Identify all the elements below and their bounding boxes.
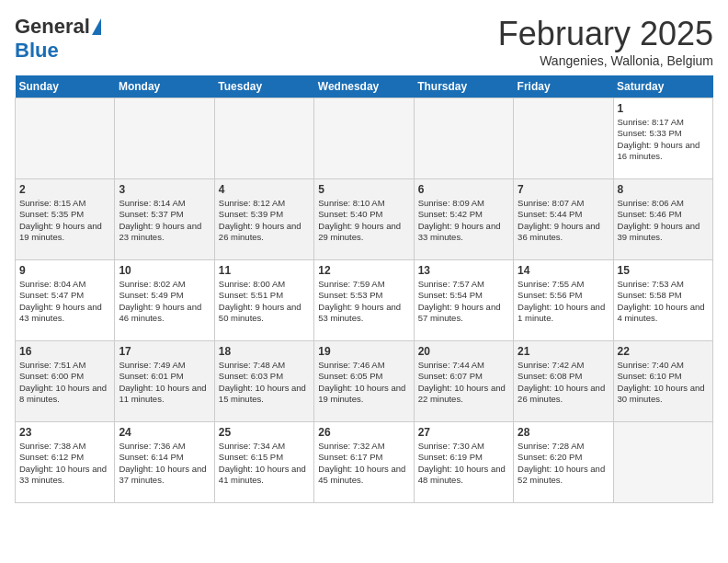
day-number: 3	[119, 183, 210, 196]
weekday-header-wednesday: Wednesday	[314, 75, 414, 98]
calendar-cell: 20Sunrise: 7:44 AM Sunset: 6:07 PM Dayli…	[414, 341, 513, 422]
day-number: 25	[219, 426, 310, 439]
day-info: Sunrise: 8:15 AM Sunset: 5:35 PM Dayligh…	[19, 198, 110, 243]
weekday-row: SundayMondayTuesdayWednesdayThursdayFrid…	[16, 75, 713, 98]
location-text: Wangenies, Wallonia, Belgium	[498, 53, 713, 68]
day-number: 20	[418, 345, 509, 358]
weekday-header-monday: Monday	[115, 75, 214, 98]
title-area: February 2025 Wangenies, Wallonia, Belgi…	[498, 15, 713, 68]
calendar-cell: 23Sunrise: 7:38 AM Sunset: 6:12 PM Dayli…	[16, 422, 115, 503]
logo-blue-text: Blue	[15, 39, 59, 63]
day-info: Sunrise: 7:51 AM Sunset: 6:00 PM Dayligh…	[19, 360, 110, 405]
calendar-cell: 14Sunrise: 7:55 AM Sunset: 5:56 PM Dayli…	[514, 260, 613, 341]
calendar-cell: 8Sunrise: 8:06 AM Sunset: 5:46 PM Daylig…	[613, 179, 712, 260]
day-info: Sunrise: 7:48 AM Sunset: 6:03 PM Dayligh…	[219, 360, 310, 405]
calendar-cell: 25Sunrise: 7:34 AM Sunset: 6:15 PM Dayli…	[214, 422, 313, 503]
day-number: 21	[518, 345, 609, 358]
day-info: Sunrise: 7:32 AM Sunset: 6:17 PM Dayligh…	[318, 441, 409, 486]
day-info: Sunrise: 7:40 AM Sunset: 6:10 PM Dayligh…	[618, 360, 709, 405]
calendar-cell: 6Sunrise: 8:09 AM Sunset: 5:42 PM Daylig…	[414, 179, 513, 260]
day-info: Sunrise: 8:00 AM Sunset: 5:51 PM Dayligh…	[219, 279, 310, 324]
calendar-cell: 4Sunrise: 8:12 AM Sunset: 5:39 PM Daylig…	[214, 179, 313, 260]
weekday-header-sunday: Sunday	[16, 75, 115, 98]
calendar-cell: 7Sunrise: 8:07 AM Sunset: 5:44 PM Daylig…	[514, 179, 613, 260]
calendar-cell: 10Sunrise: 8:02 AM Sunset: 5:49 PM Dayli…	[115, 260, 214, 341]
day-number: 26	[318, 426, 409, 439]
day-info: Sunrise: 7:44 AM Sunset: 6:07 PM Dayligh…	[418, 360, 509, 405]
calendar-cell: 12Sunrise: 7:59 AM Sunset: 5:53 PM Dayli…	[314, 260, 414, 341]
day-number: 8	[618, 183, 709, 196]
calendar-cell	[514, 98, 613, 179]
day-info: Sunrise: 7:49 AM Sunset: 6:01 PM Dayligh…	[119, 360, 210, 405]
day-info: Sunrise: 7:34 AM Sunset: 6:15 PM Dayligh…	[219, 441, 310, 486]
day-info: Sunrise: 7:36 AM Sunset: 6:14 PM Dayligh…	[119, 441, 210, 486]
day-number: 1	[618, 102, 709, 115]
calendar-cell: 9Sunrise: 8:04 AM Sunset: 5:47 PM Daylig…	[16, 260, 115, 341]
day-number: 11	[219, 264, 310, 277]
day-info: Sunrise: 8:14 AM Sunset: 5:37 PM Dayligh…	[119, 198, 210, 243]
day-info: Sunrise: 7:55 AM Sunset: 5:56 PM Dayligh…	[518, 279, 609, 324]
day-info: Sunrise: 7:28 AM Sunset: 6:20 PM Dayligh…	[518, 441, 609, 486]
calendar-cell: 24Sunrise: 7:36 AM Sunset: 6:14 PM Dayli…	[115, 422, 214, 503]
weekday-header-thursday: Thursday	[414, 75, 513, 98]
calendar-cell: 5Sunrise: 8:10 AM Sunset: 5:40 PM Daylig…	[314, 179, 414, 260]
calendar-header: SundayMondayTuesdayWednesdayThursdayFrid…	[16, 75, 713, 98]
calendar-cell: 21Sunrise: 7:42 AM Sunset: 6:08 PM Dayli…	[514, 341, 613, 422]
day-number: 14	[518, 264, 609, 277]
week-row-5: 23Sunrise: 7:38 AM Sunset: 6:12 PM Dayli…	[16, 422, 713, 503]
calendar-cell: 15Sunrise: 7:53 AM Sunset: 5:58 PM Dayli…	[613, 260, 712, 341]
calendar-cell: 3Sunrise: 8:14 AM Sunset: 5:37 PM Daylig…	[115, 179, 214, 260]
calendar-cell: 2Sunrise: 8:15 AM Sunset: 5:35 PM Daylig…	[16, 179, 115, 260]
day-number: 6	[418, 183, 509, 196]
calendar-cell: 22Sunrise: 7:40 AM Sunset: 6:10 PM Dayli…	[613, 341, 712, 422]
day-number: 22	[618, 345, 709, 358]
day-info: Sunrise: 7:42 AM Sunset: 6:08 PM Dayligh…	[518, 360, 609, 405]
day-number: 13	[418, 264, 509, 277]
week-row-4: 16Sunrise: 7:51 AM Sunset: 6:00 PM Dayli…	[16, 341, 713, 422]
logo: General Blue	[15, 15, 101, 63]
week-row-3: 9Sunrise: 8:04 AM Sunset: 5:47 PM Daylig…	[16, 260, 713, 341]
calendar-cell	[115, 98, 214, 179]
day-info: Sunrise: 8:09 AM Sunset: 5:42 PM Dayligh…	[418, 198, 509, 243]
day-number: 23	[19, 426, 110, 439]
day-info: Sunrise: 8:07 AM Sunset: 5:44 PM Dayligh…	[518, 198, 609, 243]
day-number: 15	[618, 264, 709, 277]
day-number: 12	[318, 264, 409, 277]
day-number: 27	[418, 426, 509, 439]
day-number: 24	[119, 426, 210, 439]
day-info: Sunrise: 8:17 AM Sunset: 5:33 PM Dayligh…	[618, 117, 709, 162]
weekday-header-saturday: Saturday	[613, 75, 712, 98]
day-info: Sunrise: 7:38 AM Sunset: 6:12 PM Dayligh…	[19, 441, 110, 486]
day-number: 10	[119, 264, 210, 277]
day-number: 18	[219, 345, 310, 358]
page-header: General Blue February 2025 Wangenies, Wa…	[15, 15, 713, 68]
day-number: 16	[19, 345, 110, 358]
week-row-1: 1Sunrise: 8:17 AM Sunset: 5:33 PM Daylig…	[16, 98, 713, 179]
calendar-cell: 1Sunrise: 8:17 AM Sunset: 5:33 PM Daylig…	[613, 98, 712, 179]
day-info: Sunrise: 7:59 AM Sunset: 5:53 PM Dayligh…	[318, 279, 409, 324]
calendar-cell: 11Sunrise: 8:00 AM Sunset: 5:51 PM Dayli…	[214, 260, 313, 341]
calendar-cell: 28Sunrise: 7:28 AM Sunset: 6:20 PM Dayli…	[514, 422, 613, 503]
calendar-cell: 27Sunrise: 7:30 AM Sunset: 6:19 PM Dayli…	[414, 422, 513, 503]
day-info: Sunrise: 8:04 AM Sunset: 5:47 PM Dayligh…	[19, 279, 110, 324]
day-number: 28	[518, 426, 609, 439]
logo-triangle-icon	[92, 18, 101, 35]
calendar-cell: 16Sunrise: 7:51 AM Sunset: 6:00 PM Dayli…	[16, 341, 115, 422]
week-row-2: 2Sunrise: 8:15 AM Sunset: 5:35 PM Daylig…	[16, 179, 713, 260]
day-number: 19	[318, 345, 409, 358]
day-number: 17	[119, 345, 210, 358]
calendar-cell: 19Sunrise: 7:46 AM Sunset: 6:05 PM Dayli…	[314, 341, 414, 422]
weekday-header-tuesday: Tuesday	[214, 75, 313, 98]
day-number: 2	[19, 183, 110, 196]
calendar-cell	[414, 98, 513, 179]
day-number: 5	[318, 183, 409, 196]
calendar-cell	[613, 422, 712, 503]
logo-general-text: General	[15, 15, 90, 39]
weekday-header-friday: Friday	[514, 75, 613, 98]
day-info: Sunrise: 7:53 AM Sunset: 5:58 PM Dayligh…	[618, 279, 709, 324]
day-info: Sunrise: 8:02 AM Sunset: 5:49 PM Dayligh…	[119, 279, 210, 324]
month-title: February 2025	[498, 15, 713, 53]
calendar-cell	[314, 98, 414, 179]
day-number: 9	[19, 264, 110, 277]
calendar-cell: 26Sunrise: 7:32 AM Sunset: 6:17 PM Dayli…	[314, 422, 414, 503]
